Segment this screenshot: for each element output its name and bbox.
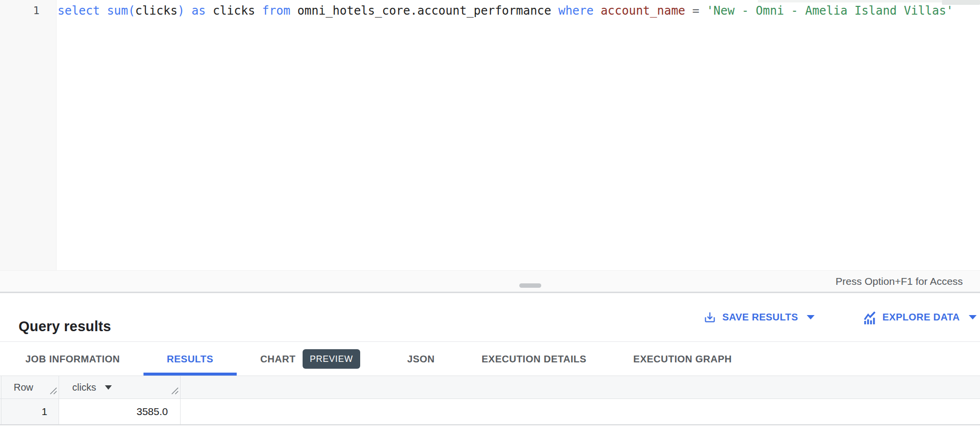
table-body: 13585.0 (0, 399, 980, 425)
tab-label: EXECUTION DETAILS (482, 354, 587, 365)
tab-label: RESULTS (167, 354, 213, 365)
tab-json[interactable]: JSON (384, 342, 458, 376)
clicks-value-cell: 3585.0 (59, 399, 181, 424)
tab-label: CHART (260, 354, 296, 365)
column-header-row[interactable]: Row (0, 376, 59, 398)
save-results-button[interactable]: SAVE RESULTS (703, 293, 815, 341)
table-header-row: Rowclicks (0, 376, 980, 399)
code-token-keyword: sum( (107, 4, 135, 18)
row-number-cell: 1 (0, 399, 59, 424)
column-resize-handle-icon[interactable] (171, 386, 179, 397)
results-tab-bar: JOB INFORMATIONRESULTSCHARTPREVIEWJSONEX… (0, 341, 980, 376)
editor-horizontal-scrollbar-thumb[interactable] (942, 0, 980, 5)
explore-data-label: EXPLORE DATA (882, 312, 960, 323)
pane-splitter-handle[interactable] (519, 283, 541, 288)
column-header-label: Row (14, 382, 33, 393)
column-header-clicks[interactable]: clicks (59, 376, 181, 398)
save-results-label: SAVE RESULTS (722, 312, 798, 323)
code-token-operator: = (693, 4, 707, 18)
code-token-keyword: where (558, 4, 601, 18)
code-token-plain: omni_hotels_core.account_performance (297, 4, 558, 18)
code-token-field: account_name (601, 4, 693, 18)
preview-badge: PREVIEW (303, 349, 361, 369)
table-header-filler (181, 376, 980, 398)
sql-editor[interactable]: 1 select sum(clicks) as clicks from omni… (0, 0, 980, 270)
sort-caret-icon[interactable] (105, 385, 112, 390)
tab-chart[interactable]: CHARTPREVIEW (237, 342, 384, 376)
explore-chart-icon (863, 311, 877, 324)
line-number: 1 (33, 3, 40, 18)
editor-horizontal-scrollbar-track[interactable] (758, 0, 980, 2)
column-resize-handle-icon[interactable] (50, 386, 57, 397)
results-table: Rowclicks 13585.0 (0, 376, 980, 425)
tab-execution-graph[interactable]: EXECUTION GRAPH (610, 342, 755, 376)
tab-label: JOB INFORMATION (25, 354, 120, 365)
table-row: 13585.0 (0, 399, 980, 425)
editor-line-number-gutter: 1 (0, 0, 57, 270)
query-results-header: Query results SAVE RESULTS EXPLORE DATA (0, 293, 980, 341)
explore-data-button[interactable]: EXPLORE DATA (863, 293, 977, 341)
accessibility-hint-text: Press Option+F1 for Access (836, 271, 963, 292)
tab-list: JOB INFORMATIONRESULTSCHARTPREVIEWJSONEX… (0, 342, 980, 376)
row-filler-cell (181, 399, 980, 424)
tab-execution-details[interactable]: EXECUTION DETAILS (458, 342, 610, 376)
chevron-down-icon (969, 315, 977, 319)
code-token-string: 'New - Omni - Amelia Island Villas' (706, 4, 953, 18)
code-token-keyword: select (58, 4, 107, 18)
code-line[interactable]: select sum(clicks) as clicks from omni_h… (58, 3, 953, 18)
download-icon (703, 311, 716, 324)
code-token-keyword: as (192, 4, 213, 18)
code-token-plain: clicks (135, 4, 178, 18)
code-token-plain: clicks (213, 4, 262, 18)
bigquery-query-results-page: { "editor": { "line_number": "1", "code_… (0, 0, 980, 437)
column-header-label: clicks (72, 382, 96, 393)
tab-results[interactable]: RESULTS (143, 342, 237, 376)
chevron-down-icon (807, 315, 815, 319)
tab-label: EXECUTION GRAPH (633, 354, 732, 365)
code-token-keyword: from (262, 4, 297, 18)
editor-status-bar: Press Option+F1 for Access (0, 270, 980, 292)
tab-label: JSON (407, 354, 434, 365)
tab-job-information[interactable]: JOB INFORMATION (2, 342, 143, 376)
code-token-keyword: ) (178, 4, 192, 18)
